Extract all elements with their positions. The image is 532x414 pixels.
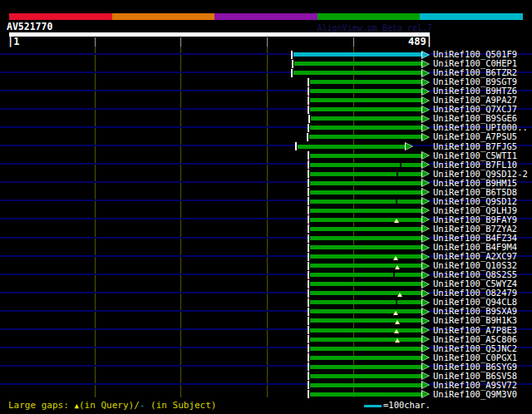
alignment-bar[interactable] [310, 245, 422, 249]
alignment-bar[interactable] [310, 236, 422, 240]
arrowhead-icon [422, 180, 429, 186]
alignment-bar[interactable] [310, 383, 422, 387]
subject-gap-notch [393, 273, 395, 277]
scale-swatch-line [364, 405, 382, 407]
query-start-tick [308, 271, 309, 279]
alignment-bar[interactable] [310, 89, 422, 93]
alignment-bar[interactable] [311, 116, 422, 121]
arrowhead-icon [422, 61, 429, 67]
alignment-bar[interactable] [310, 273, 422, 277]
query-start-tick [308, 96, 309, 105]
arrowhead-icon [422, 372, 429, 379]
query-start-tick [308, 215, 309, 224]
alignment-bar[interactable] [310, 218, 422, 222]
subject-link[interactable]: UniRef100_A7P8E3 [433, 326, 517, 335]
alignment-bar[interactable] [310, 209, 422, 213]
alignment-bar[interactable] [294, 62, 422, 66]
query-start-tick [308, 372, 309, 380]
query-start-tick [308, 170, 309, 178]
query-start-tick [308, 244, 309, 252]
ruler-tick [353, 37, 354, 47]
alignment-bar[interactable] [293, 52, 422, 57]
alignment-bar[interactable] [310, 328, 422, 333]
alignment-bar[interactable] [310, 347, 422, 351]
alignment-bar[interactable] [310, 338, 422, 342]
arrowhead-icon [422, 79, 429, 86]
query-start-tick [308, 115, 310, 123]
query-start-tick [308, 390, 309, 398]
arrowhead-icon [422, 88, 429, 95]
arrowhead-icon [422, 391, 429, 397]
alignment-bar[interactable] [310, 356, 422, 360]
query-start-tick [308, 280, 309, 288]
alignment-bar[interactable] [310, 282, 422, 286]
identity-segment [214, 13, 318, 20]
query-start-tick [308, 344, 309, 352]
alignment-bar[interactable] [310, 163, 422, 167]
query-gap-triangle-icon [395, 265, 400, 269]
subject-link[interactable]: UniRef100_Q9SD12-2 [433, 170, 528, 179]
alignment-bar[interactable] [310, 227, 422, 231]
arrowhead-icon [422, 216, 429, 223]
gap-legend-subject-part: (in Subject) [145, 400, 216, 411]
alignment-bar[interactable] [310, 126, 422, 130]
alignment-bar[interactable] [310, 374, 422, 378]
subject-link[interactable]: UniRef100_C5WTI1 [433, 151, 517, 160]
gap-legend-prefix: Large gaps: [8, 400, 74, 411]
arrowhead-icon [422, 125, 429, 131]
subject-link[interactable]: UniRef100_B7FJG5 [433, 142, 517, 151]
subject-link[interactable]: UniRef100_Q5JNC2 [433, 344, 517, 353]
arrowhead-icon [422, 198, 429, 205]
alignment-bar[interactable] [310, 291, 422, 295]
alignment-bar[interactable] [309, 135, 422, 139]
query-start-tick [308, 87, 309, 96]
gap-legend: Large gaps: ▲(in Query)/- (in Subject) [8, 400, 216, 411]
query-gap-triangle-icon [393, 256, 398, 260]
query-start-tick [308, 160, 309, 169]
alignment-bar[interactable] [310, 200, 422, 204]
alignment-bar[interactable] [310, 300, 422, 304]
alignment-bar[interactable] [310, 98, 422, 102]
arrowhead-icon [422, 106, 429, 113]
query-start-tick [308, 78, 309, 86]
alignment-bar[interactable] [293, 71, 422, 75]
alignment-bar[interactable] [310, 190, 422, 195]
alignment-bar[interactable] [310, 365, 422, 369]
identity-segment [112, 13, 215, 20]
alignment-bar[interactable] [310, 154, 422, 158]
arrowhead-icon [422, 318, 429, 324]
subject-link[interactable]: UniRef100_Q9M3V0 [433, 390, 517, 399]
arrowhead-icon [422, 290, 429, 297]
arrowhead-icon [422, 134, 429, 140]
alignment-bar[interactable] [310, 309, 422, 313]
alignment-bar[interactable] [298, 145, 406, 149]
query-start-tick [291, 69, 293, 77]
query-start-tick [308, 381, 309, 389]
alignment-bar[interactable] [310, 254, 422, 259]
alignment-bar[interactable] [310, 318, 422, 323]
alignment-bar[interactable] [310, 107, 422, 111]
arrowhead-icon [422, 299, 429, 306]
query-start-tick [291, 51, 293, 59]
arrowhead-icon [422, 207, 429, 214]
arrowhead-icon [422, 152, 429, 159]
alignment-bar[interactable] [310, 264, 422, 268]
query-start-tick [295, 142, 297, 150]
alignment-bar[interactable] [310, 181, 422, 185]
subject-link[interactable]: UniRef100_A5C806 [433, 335, 517, 344]
query-ruler-bar [9, 32, 430, 37]
arrowhead-icon [422, 336, 429, 343]
alignment-bar[interactable] [310, 80, 422, 84]
query-gap-triangle-icon [395, 338, 400, 343]
subject-gap-notch [400, 163, 401, 167]
subject-link[interactable]: UniRef100_A7PSU5 [433, 132, 517, 141]
subject-link[interactable]: UniRef100_C0PGX1 [433, 353, 517, 362]
arrowhead-icon [422, 382, 429, 388]
query-start-tick [308, 151, 309, 160]
query-start-tick [292, 60, 293, 68]
subject-link[interactable]: UniRef100_B9H1K3 [433, 316, 517, 325]
alignment-bar[interactable] [310, 392, 422, 397]
alignment-bar[interactable] [310, 172, 422, 176]
arrowhead-icon [422, 281, 429, 288]
subject-link[interactable]: UniRef100_B7FL10 [433, 160, 517, 170]
